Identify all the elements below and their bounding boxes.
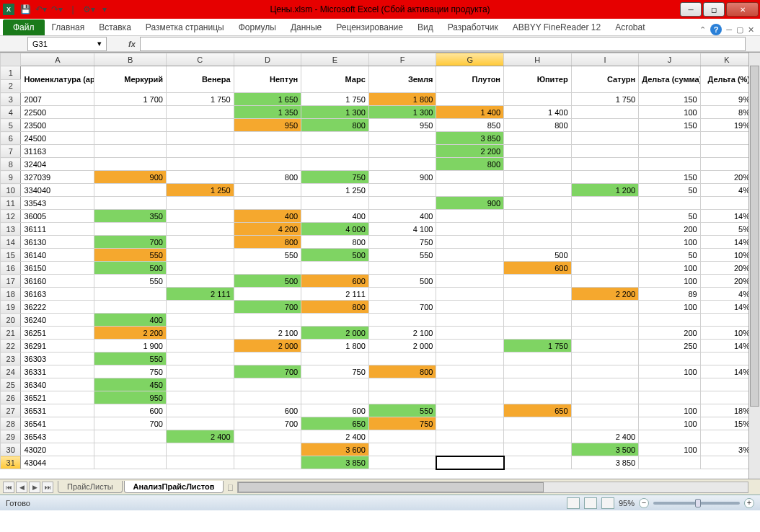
cell[interactable] (301, 262, 369, 275)
cell[interactable]: 1 750 (301, 93, 369, 106)
cell[interactable] (700, 391, 753, 404)
cell[interactable]: 100 (639, 404, 700, 417)
cell[interactable]: 2 000 (301, 327, 369, 340)
header-cell[interactable]: Плутон (436, 66, 504, 93)
cell[interactable] (571, 353, 639, 365)
vertical-scrollbar[interactable] (748, 53, 760, 479)
cell[interactable] (234, 353, 301, 365)
cell[interactable]: 2 200 (571, 288, 639, 301)
tab-home[interactable]: Главная (45, 19, 92, 35)
cell[interactable] (571, 378, 639, 391)
cell[interactable]: 36543 (21, 430, 94, 443)
cell[interactable] (639, 145, 700, 158)
cell[interactable]: 650 (301, 417, 369, 430)
cell[interactable]: 36331 (21, 365, 94, 378)
cell[interactable]: 350 (94, 210, 167, 223)
cell[interactable]: 700 (94, 236, 167, 249)
cell[interactable]: 550 (94, 249, 167, 262)
cell[interactable]: 18% (700, 404, 753, 417)
cell[interactable]: 3 600 (301, 443, 369, 456)
cell[interactable]: 33543 (21, 197, 94, 210)
cell[interactable] (436, 353, 504, 365)
cell[interactable]: 750 (368, 236, 436, 249)
cell[interactable] (166, 314, 234, 327)
row-header-12[interactable]: 12 (1, 210, 21, 223)
cell[interactable]: 500 (94, 262, 167, 275)
col-header-C[interactable]: C (166, 53, 234, 66)
cell[interactable]: 50 (639, 184, 700, 197)
row-header-11[interactable]: 11 (1, 197, 21, 210)
cell[interactable] (166, 340, 234, 353)
row-header-19[interactable]: 19 (1, 301, 21, 314)
row-header-13[interactable]: 13 (1, 223, 21, 236)
row-header-22[interactable]: 22 (1, 340, 21, 353)
cell[interactable]: 650 (504, 404, 572, 417)
cell[interactable]: 550 (94, 275, 167, 288)
col-header-I[interactable]: I (571, 53, 639, 66)
row-header-4[interactable]: 4 (1, 106, 21, 119)
cell[interactable] (639, 456, 700, 469)
cell[interactable]: 100 (639, 262, 700, 275)
cell[interactable]: 100 (639, 417, 700, 430)
cell[interactable] (571, 275, 639, 288)
cell[interactable] (166, 353, 234, 365)
zoom-slider[interactable] (653, 502, 740, 505)
cell[interactable]: 327039 (21, 171, 94, 184)
cell[interactable]: 31163 (21, 145, 94, 158)
cell[interactable] (700, 132, 753, 145)
cell[interactable]: 150 (639, 119, 700, 132)
new-sheet-icon[interactable]: ⎕ (228, 483, 233, 492)
cell[interactable] (436, 391, 504, 404)
cell[interactable] (639, 158, 700, 171)
tab-nav-next-icon[interactable]: ▶ (29, 482, 40, 493)
cell[interactable] (94, 456, 167, 469)
cell[interactable] (234, 145, 301, 158)
cell[interactable] (94, 301, 167, 314)
minimize-button[interactable]: ─ (680, 2, 702, 17)
select-all-corner[interactable] (1, 53, 21, 66)
cell[interactable] (504, 171, 572, 184)
cell[interactable]: 700 (234, 301, 301, 314)
cell[interactable] (166, 171, 234, 184)
row-header-27[interactable]: 27 (1, 404, 21, 417)
cell[interactable]: 900 (436, 197, 504, 210)
cell[interactable] (234, 456, 301, 469)
cell[interactable]: 700 (234, 417, 301, 430)
cell[interactable]: 2 100 (368, 327, 436, 340)
col-header-D[interactable]: D (234, 53, 301, 66)
cell[interactable]: 600 (301, 275, 369, 288)
row-header-7[interactable]: 7 (1, 145, 21, 158)
cell[interactable]: 14% (700, 340, 753, 353)
cell[interactable]: 36160 (21, 275, 94, 288)
cell[interactable] (436, 262, 504, 275)
cell[interactable] (436, 171, 504, 184)
cell[interactable]: 32404 (21, 158, 94, 171)
cell[interactable] (436, 275, 504, 288)
tab-developer[interactable]: Разработчик (441, 19, 505, 35)
cell[interactable] (504, 145, 572, 158)
cell[interactable]: 14% (700, 301, 753, 314)
cell[interactable] (166, 132, 234, 145)
cell[interactable] (571, 236, 639, 249)
cell[interactable] (94, 288, 167, 301)
cell[interactable] (166, 443, 234, 456)
cell[interactable]: 36521 (21, 391, 94, 404)
row-header-18[interactable]: 18 (1, 288, 21, 301)
cell[interactable] (571, 249, 639, 262)
cell[interactable]: 800 (504, 119, 572, 132)
cell[interactable]: 4 200 (234, 223, 301, 236)
cell[interactable] (234, 184, 301, 197)
cell[interactable]: 2 111 (166, 288, 234, 301)
cell[interactable] (571, 417, 639, 430)
cell[interactable] (166, 404, 234, 417)
cell[interactable]: 36222 (21, 301, 94, 314)
cell[interactable]: 500 (368, 275, 436, 288)
cell[interactable]: 250 (639, 340, 700, 353)
cell[interactable] (166, 119, 234, 132)
cell[interactable] (436, 417, 504, 430)
cell[interactable]: 36240 (21, 314, 94, 327)
cell[interactable] (504, 288, 572, 301)
cell[interactable]: 400 (234, 210, 301, 223)
cell[interactable]: 1 250 (166, 184, 234, 197)
cell[interactable]: 100 (639, 236, 700, 249)
